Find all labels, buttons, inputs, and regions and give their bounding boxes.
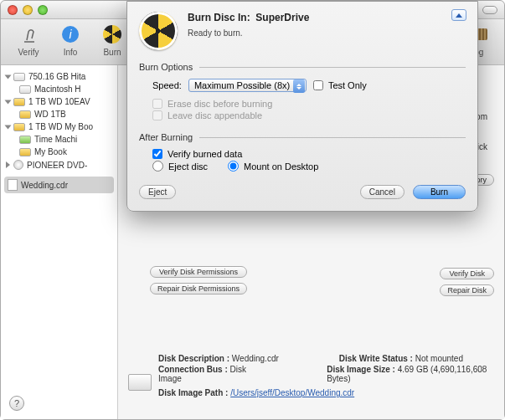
toolbar-verify[interactable]: Verify [8, 23, 49, 57]
drive-icon [19, 148, 31, 156]
drive-icon [19, 136, 31, 144]
test-only-checkbox[interactable] [313, 80, 323, 90]
drive-icon [13, 98, 25, 106]
burn-sheet: Burn Disc In: SuperDrive Ready to burn. … [126, 1, 478, 212]
file-icon [8, 179, 18, 191]
toolbar-toggle-icon[interactable] [482, 6, 497, 14]
eject-button[interactable]: Eject [139, 185, 176, 199]
burn-icon [100, 23, 124, 46]
drive-icon [19, 85, 31, 94]
eject-disc-radio[interactable] [152, 161, 163, 172]
disk-image-path-link[interactable]: /Users/jseff/Desktop/Wedding.cdr [230, 388, 354, 397]
verify-disk-permissions-button[interactable]: Verify Disk Permissions [150, 266, 247, 278]
speed-label: Speed: [152, 80, 182, 90]
cancel-button[interactable]: Cancel [360, 185, 405, 199]
mount-desktop-radio[interactable] [228, 161, 239, 172]
microscope-icon [17, 23, 40, 46]
sidebar-item-volume[interactable]: Macintosh H [4, 83, 114, 95]
verify-burned-checkbox[interactable] [152, 149, 162, 159]
repair-disk-button[interactable]: Repair Disk [440, 284, 494, 296]
appendable-checkbox [152, 110, 162, 120]
sidebar-item-volume[interactable]: WD 1TB [4, 108, 114, 120]
erase-checkbox [152, 99, 162, 109]
select-arrows-icon [293, 79, 305, 93]
drive-icon [13, 73, 25, 81]
sidebar-item-disk[interactable]: 1 TB WD My Boo [4, 120, 114, 133]
sidebar-item-volume[interactable]: My Book [4, 146, 114, 158]
sidebar-item-optical[interactable]: PIONEER DVD- [4, 158, 114, 172]
drive-icon [13, 123, 25, 131]
verify-disk-button[interactable]: Verify Disk [440, 268, 494, 279]
disk-info: Disk Description : Wedding.cdr Disk Writ… [158, 354, 504, 399]
section-after-burning: After Burning [139, 132, 466, 142]
sidebar-item-selected[interactable]: Wedding.cdr [4, 177, 114, 193]
help-button[interactable]: ? [9, 396, 24, 411]
minimize-icon[interactable] [23, 5, 33, 15]
sidebar-item-disk[interactable]: 1 TB WD 10EAV [4, 95, 114, 108]
burn-large-icon [139, 12, 178, 50]
sheet-status: Ready to burn. [188, 28, 466, 38]
optical-icon [13, 160, 23, 170]
repair-disk-permissions-button[interactable]: Repair Disk Permissions [150, 283, 247, 295]
collapse-button[interactable] [451, 9, 466, 21]
section-burn-options: Burn Options [139, 62, 466, 72]
burn-button[interactable]: Burn [413, 185, 466, 199]
zoom-icon[interactable] [38, 5, 48, 15]
disk-utility-window: Wedding.cdr Verify i Info Burn Open Ejec… [0, 0, 505, 420]
sidebar: 750.16 GB Hita Macintosh H 1 TB WD 10EAV… [1, 65, 118, 419]
window-controls [8, 5, 48, 15]
disk-image-icon [128, 374, 152, 391]
toolbar-info[interactable]: i Info [49, 23, 91, 57]
speed-select[interactable]: Maximum Possible (8x) [188, 79, 307, 92]
info-icon: i [59, 23, 82, 46]
sheet-heading: Burn Disc In: SuperDrive [188, 12, 466, 23]
close-icon[interactable] [8, 5, 18, 15]
drive-icon [19, 110, 31, 119]
sidebar-item-disk[interactable]: 750.16 GB Hita [4, 70, 114, 83]
sidebar-item-volume[interactable]: Time Machi [4, 133, 114, 146]
